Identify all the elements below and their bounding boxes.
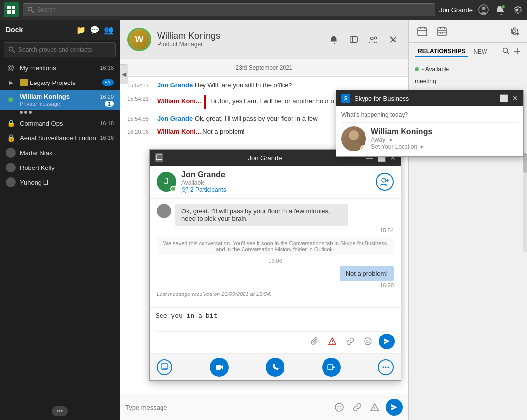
collapse-btn[interactable]: ••• [4,406,116,416]
link-icon[interactable] [350,400,364,414]
sfb-user-row: ⚠ William Konings Away ▼ Set Your Locati… [341,126,518,151]
cw-footer [150,353,401,380]
aerial-label: Aerial Surveillance London [20,134,100,142]
cw-msg-time: 15:54 [175,227,394,233]
sidebar-search-inner[interactable] [4,42,116,57]
sfb-user-avatar: ⚠ [341,126,366,151]
cw-chat-history-btn[interactable] [157,359,172,375]
sfb-minimize-btn[interactable]: — [489,94,496,102]
svg-rect-3 [12,10,15,14]
sidebar-item-robert[interactable]: Robert Kelly [0,160,120,175]
svg-point-48 [366,340,367,341]
cw-input-area: See you in a bit [150,307,401,353]
cw-priority-icon[interactable] [325,335,339,348]
people-header-icon[interactable] [366,32,381,47]
tab-relationships[interactable]: RELATIONSHIPS [415,47,468,57]
cw-participants[interactable]: 2 Participants [181,186,371,193]
sidebar-item-legacy[interactable]: ▶ Legacy Projects 51 [0,75,120,90]
cw-link-icon[interactable] [343,335,357,348]
svg-point-49 [369,340,370,341]
grid-calendar-icon[interactable] [435,24,449,39]
sfb-status-chevron[interactable]: ▼ [388,137,393,143]
scrollbar-thumb[interactable] [523,153,527,173]
sidebar-item-madar[interactable]: Madar Niak [0,145,120,160]
cw-emoji-icon[interactable] [361,335,375,348]
cw-received-bubble: Not a problem! [340,266,394,281]
msg-bar [204,95,206,109]
legacy-label: Legacy Projects [30,79,102,86]
right-panel-header-actions [502,47,521,57]
right-panel-icons: ▼ [409,20,527,43]
sfb-location-chevron[interactable]: ▼ [419,144,424,150]
sfb-restore-btn[interactable]: ⬜ [500,94,508,102]
svg-point-16 [335,403,343,411]
sidebar: Dock 📁 💬 👥 @ My mentions 16:18 ▶ Legacy … [0,20,120,420]
sidebar-search-input[interactable] [18,46,111,53]
calendar-icon[interactable] [415,24,430,39]
svg-point-47 [365,338,371,345]
lock-icon: 🔒 [6,119,16,127]
top-bar-right: Jon Grande [439,4,523,16]
chat-input-icons [332,399,403,416]
sfb-popup: S Skype for Business — ⬜ ✕ What's happen… [336,90,524,157]
svg-point-7 [482,7,486,10]
cw-more-btn[interactable] [378,359,394,375]
sidebar-item-mentions[interactable]: @ My mentions 16:18 [0,60,120,75]
svg-point-17 [338,406,339,407]
svg-point-41 [186,187,188,189]
right-panel-search-icon[interactable] [502,47,510,57]
folder-icon[interactable]: 📁 [76,25,86,35]
tab-new[interactable]: NEW [470,47,490,56]
user-avatar-icon[interactable] [478,4,489,16]
cw-message-input[interactable]: See you in a bit [156,312,395,330]
sfb-user-location[interactable]: Set Your Location ▼ [371,143,518,150]
chat-message-input[interactable] [125,398,328,416]
cw-send-button[interactable] [379,334,395,349]
cw-user-info: Jon Grande Available 2 Participants [181,170,371,193]
people-icon[interactable]: 👥 [104,25,114,35]
add-panel-icon[interactable] [513,47,521,57]
cw-available-dot [170,186,176,192]
chat-header-name: William Konings [157,31,326,41]
sidebar-collapse-btn[interactable]: ◀ [120,64,128,84]
chat-icon[interactable]: 💬 [90,25,100,35]
william-badge: 1 [105,101,114,107]
send-button[interactable] [386,399,403,416]
svg-rect-10 [350,36,357,42]
svg-line-5 [32,11,34,13]
chat-header-title: Product Manager [157,41,326,48]
settings-icon[interactable] [511,4,523,16]
msg-sender: Jon Grande [157,115,193,122]
cw-share-btn[interactable] [322,358,341,377]
cw-input-icons [156,331,395,349]
notification-icon[interactable] [494,4,506,16]
gear-panel-icon[interactable]: ▼ [506,24,521,39]
bell-header-icon[interactable] [326,32,341,47]
cw-video-btn[interactable] [210,358,229,377]
cw-last-received: Last message received on 23/09/2021 at 1… [157,291,394,297]
sidebar-item-william[interactable]: William Konings 16:20 Private message 1 [0,90,120,110]
madar-name: Madar Niak [20,149,52,157]
list-item[interactable]: meeting [409,75,527,87]
top-search-input[interactable] [37,6,431,13]
top-bar: Jon Grande [0,0,527,20]
warning-icon[interactable] [368,400,382,414]
sfb-close-btn[interactable]: ✕ [512,94,518,102]
robert-name: Robert Kelly [20,164,55,171]
svg-point-12 [371,37,373,39]
close-header-btn[interactable] [386,32,401,47]
sidebar-item-commandops[interactable]: 🔒 Command Ops 16:18 [0,116,120,130]
sidebar-item-yuhong[interactable]: Yuhong Li [0,175,120,190]
sidebar-header-icons: 📁 💬 👥 [76,25,114,35]
sfb-popup-controls: — ⬜ ✕ [489,94,518,102]
emoji-icon[interactable] [332,400,346,414]
svg-rect-1 [12,6,15,9]
list-item[interactable]: - Available [409,63,527,75]
top-search-bar[interactable] [23,3,435,16]
cw-call-btn[interactable] [266,358,284,377]
cw-add-participants-btn[interactable] [376,173,394,191]
cw-attach-icon[interactable] [308,335,322,348]
sidebar-item-aerial[interactable]: 🔒 Aerial Surveillance London 16:16 [0,130,120,145]
contacts-header-icon[interactable] [346,32,361,47]
cw-message: Ok, great. I'll will pass by your floor … [157,204,394,233]
